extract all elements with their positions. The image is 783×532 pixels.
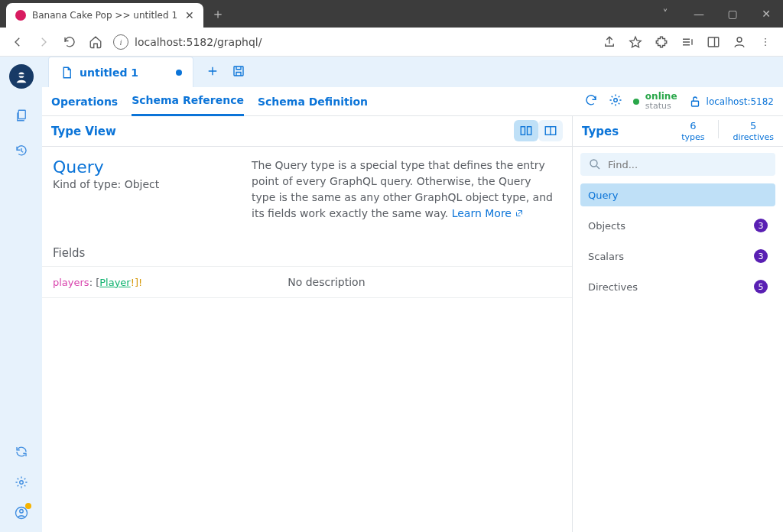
tab-schema-reference[interactable]: Schema Reference [132, 87, 244, 116]
type-description: The Query type is a special type that de… [252, 157, 561, 222]
reload-button[interactable] [58, 31, 81, 54]
site-info-icon[interactable]: i [113, 34, 128, 50]
svg-point-1 [737, 37, 742, 42]
external-link-icon [515, 209, 524, 218]
svg-rect-4 [18, 74, 24, 76]
file-icon [60, 66, 73, 79]
sync-icon[interactable] [13, 443, 30, 460]
url-text: localhost:5182/graphql/ [135, 36, 262, 48]
window-minimize-button[interactable]: — [682, 0, 716, 28]
documents-icon[interactable] [13, 107, 30, 124]
profile-button[interactable] [728, 31, 751, 54]
svg-point-8 [19, 510, 23, 514]
browser-toolbar: i localhost:5182/graphql/ ⋮ [0, 28, 783, 57]
svg-point-15 [590, 160, 597, 167]
type-view-header: Type View [42, 116, 572, 147]
view-split-toggle[interactable] [538, 120, 563, 141]
side-panel-button[interactable] [702, 31, 725, 54]
svg-rect-5 [18, 110, 25, 118]
type-view-title: Type View [51, 125, 116, 138]
tab-operations[interactable]: Operations [51, 87, 118, 116]
field-type-link[interactable]: Player [99, 277, 130, 288]
types-item-query[interactable]: Query [580, 183, 775, 206]
view-tabs: Operations Schema Reference Schema Defin… [42, 87, 783, 116]
svg-point-10 [614, 99, 618, 102]
types-title: Types [582, 125, 619, 138]
app-logo-icon[interactable] [9, 64, 34, 89]
document-tabbar: untitled 1 [42, 57, 783, 87]
app-sidebar [0, 57, 42, 532]
types-item-objects[interactable]: Objects 3 [580, 214, 775, 237]
count-badge: 3 [754, 219, 768, 232]
caret-down-icon[interactable]: ˅ [648, 0, 682, 28]
field-signature: players: [Player!]! [53, 277, 142, 288]
close-tab-button[interactable]: ✕ [177, 9, 194, 21]
lock-open-icon [688, 95, 702, 109]
window-titlebar: Banana Cake Pop >> untitled 1 ✕ ＋ ˅ — ▢ … [0, 0, 783, 28]
connection-status: onlinestatus [633, 92, 677, 111]
types-item-scalars[interactable]: Scalars 3 [580, 245, 775, 268]
field-description: No description [288, 276, 365, 288]
document-tab-label: untitled 1 [80, 66, 138, 79]
media-button[interactable] [676, 31, 699, 54]
learn-more-link[interactable]: Learn More [452, 207, 525, 219]
count-badge: 5 [754, 280, 768, 294]
home-button[interactable] [84, 31, 107, 54]
window-maximize-button[interactable]: ▢ [716, 0, 749, 28]
settings-gear-icon[interactable] [13, 474, 30, 491]
share-button[interactable] [598, 31, 621, 54]
search-icon [588, 157, 602, 171]
status-dot-icon [633, 99, 639, 105]
history-icon[interactable] [13, 142, 30, 159]
browser-tab-title: Banana Cake Pop >> untitled 1 [32, 10, 177, 21]
tab-schema-definition[interactable]: Schema Definition [258, 87, 368, 116]
svg-rect-11 [691, 101, 698, 106]
forward-button[interactable] [32, 31, 55, 54]
browser-tab[interactable]: Banana Cake Pop >> untitled 1 ✕ [6, 3, 203, 28]
types-search[interactable] [580, 153, 775, 176]
types-search-input[interactable] [608, 159, 768, 170]
view-columns-toggle[interactable] [514, 120, 538, 141]
svg-rect-13 [528, 126, 531, 135]
svg-rect-12 [521, 126, 525, 135]
fields-header: Fields [42, 232, 572, 266]
extensions-button[interactable] [650, 31, 673, 54]
svg-rect-0 [708, 37, 719, 47]
count-badge: 3 [754, 249, 768, 263]
type-kind: Kind of type: Object [53, 178, 252, 190]
dirty-indicator-icon [176, 70, 182, 76]
refresh-schema-button[interactable] [584, 93, 598, 109]
new-document-button[interactable] [206, 64, 219, 80]
types-item-directives[interactable]: Directives 5 [580, 275, 775, 298]
menu-button[interactable]: ⋮ [754, 31, 777, 54]
directives-count[interactable]: 5directives [733, 120, 774, 142]
type-detail-pane: Type View Query Kind of type: Object The… [42, 116, 573, 532]
save-document-button[interactable] [232, 64, 245, 80]
host-chip[interactable]: localhost:5182 [688, 95, 774, 109]
window-close-button[interactable]: ✕ [749, 0, 783, 28]
back-button[interactable] [6, 31, 29, 54]
types-pane: Types 6types 5directives Query [573, 116, 783, 532]
address-bar[interactable]: i localhost:5182/graphql/ [110, 34, 595, 50]
connection-settings-button[interactable] [609, 93, 622, 109]
type-name: Query [53, 157, 252, 177]
svg-point-6 [19, 481, 23, 485]
field-row[interactable]: players: [Player!]! No description [42, 266, 572, 298]
bookmark-star-button[interactable] [624, 31, 647, 54]
document-tab[interactable]: untitled 1 [48, 57, 193, 87]
account-icon[interactable] [13, 504, 30, 521]
types-count[interactable]: 6types [681, 120, 704, 142]
svg-rect-9 [234, 66, 243, 76]
new-tab-button[interactable]: ＋ [203, 5, 232, 23]
favicon-icon [15, 10, 26, 21]
